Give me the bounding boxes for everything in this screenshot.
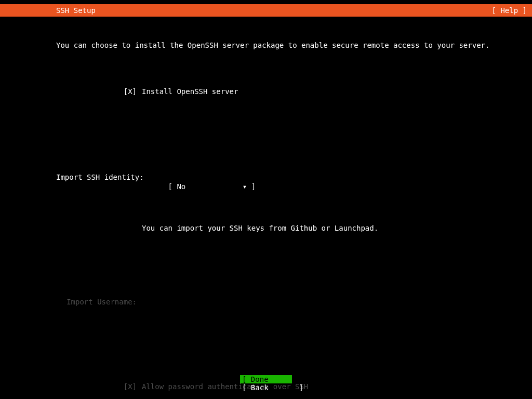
import-identity-dropdown[interactable]: [ No ▾ ] bbox=[142, 172, 256, 202]
dropdown-value[interactable]: [ No ▾ ] bbox=[168, 182, 256, 191]
import-identity-row: Import SSH identity: [ No ▾ ] bbox=[56, 172, 532, 202]
import-identity-label: Import SSH identity: bbox=[56, 172, 137, 182]
install-openssh-row[interactable]: [X] Install OpenSSH server bbox=[56, 87, 532, 97]
content-area: You can choose to install the OpenSSH se… bbox=[0, 17, 532, 399]
import-username-row: Import Username: bbox=[56, 297, 532, 307]
import-username-label: Import Username: bbox=[56, 297, 137, 307]
title-bar: SSH Setup [ Help ] bbox=[0, 4, 532, 17]
help-button[interactable]: [ Help ] bbox=[492, 6, 527, 16]
install-openssh-checkbox[interactable]: [X] bbox=[56, 87, 137, 97]
done-button[interactable]: [ Done ] bbox=[240, 375, 292, 383]
import-identity-hint: You can import your SSH keys from Github… bbox=[142, 223, 532, 233]
install-openssh-label: Install OpenSSH server bbox=[142, 87, 238, 97]
description-text: You can choose to install the OpenSSH se… bbox=[56, 41, 532, 50]
page-title: SSH Setup bbox=[56, 6, 96, 16]
back-button[interactable]: [ Back ] bbox=[240, 383, 292, 392]
footer-buttons: [ Done ] [ Back ] bbox=[0, 375, 532, 392]
